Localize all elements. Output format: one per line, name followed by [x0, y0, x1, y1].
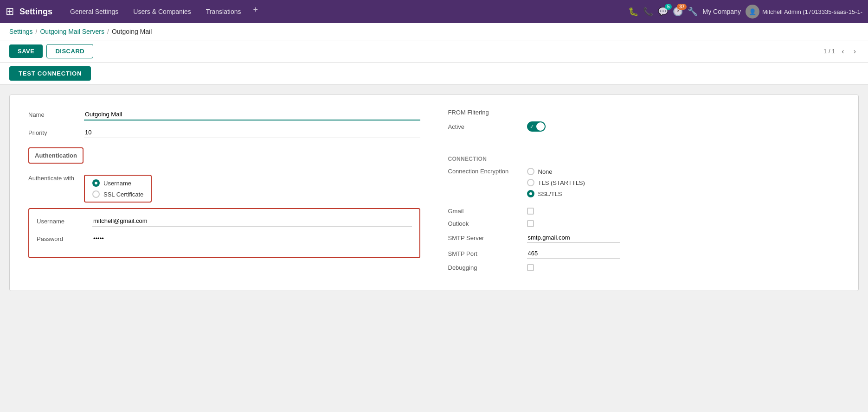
radio-none-indicator	[527, 168, 534, 175]
priority-label: Priority	[28, 129, 84, 136]
username-field-row: Username	[37, 216, 412, 227]
clock-icon[interactable]: 🕐 37	[673, 6, 683, 17]
authentication-label: Authentication	[35, 152, 77, 159]
auth-option-ssl[interactable]: SSL Certificate	[92, 190, 143, 198]
form-right: FROM Filtering Active ✓ Connection	[448, 109, 840, 277]
authentication-section-box: Authentication	[28, 147, 84, 164]
radio-ssl-label: SSL Certificate	[103, 191, 143, 198]
gmail-row: Gmail	[448, 208, 840, 215]
authenticate-with-label: Authenticate with	[28, 175, 84, 182]
smtp-port-row: SMTP Port	[448, 248, 840, 259]
encryption-ssltls[interactable]: SSL/TLS	[527, 190, 585, 197]
username-label: Username	[37, 218, 92, 225]
outlook-checkbox[interactable]	[527, 220, 534, 227]
radio-username-label: Username	[103, 180, 131, 187]
phone-icon[interactable]: 📞	[643, 6, 653, 17]
app-title: Settings	[19, 7, 52, 17]
outlook-label: Outlook	[448, 220, 527, 227]
name-label: Name	[28, 111, 84, 118]
nav-users-companies[interactable]: Users & Companies	[127, 5, 198, 18]
wrench-icon[interactable]: 🔧	[688, 6, 698, 17]
radio-username-indicator	[92, 179, 100, 187]
pagination-prev[interactable]: ‹	[839, 46, 847, 57]
nav-plus-icon[interactable]: +	[250, 5, 262, 18]
active-toggle[interactable]: ✓	[527, 121, 546, 132]
form-card: Name Priority Authentication Authentic	[9, 95, 859, 291]
toggle-check-icon: ✓	[530, 124, 534, 130]
clock-badge: 37	[677, 4, 687, 10]
debugging-checkbox[interactable]	[527, 264, 534, 271]
outlook-row: Outlook	[448, 220, 840, 227]
breadcrumb-sep2: /	[107, 28, 109, 35]
save-button[interactable]: SAVE	[9, 44, 43, 58]
form-left: Name Priority Authentication Authentic	[28, 109, 420, 277]
smtp-server-row: SMTP Server	[448, 233, 840, 243]
auth-radio-group-box: Username SSL Certificate	[84, 175, 152, 203]
toggle-knob	[536, 122, 545, 131]
priority-field-row: Priority	[28, 127, 420, 138]
encryption-tls[interactable]: TLS (STARTTLS)	[527, 179, 585, 186]
gmail-label: Gmail	[448, 208, 527, 215]
username-input[interactable]	[92, 216, 412, 227]
topbar: ⊞ Settings General Settings Users & Comp…	[0, 0, 868, 23]
breadcrumb-outgoing-servers[interactable]: Outgoing Mail Servers	[40, 28, 104, 35]
connection-section-label: Connection	[448, 156, 840, 162]
authenticate-with-row: Authenticate with Username SSL Certifica…	[28, 175, 420, 203]
app-grid-icon[interactable]: ⊞	[6, 6, 14, 18]
gmail-checkbox[interactable]	[527, 208, 534, 215]
encryption-none[interactable]: None	[527, 168, 585, 175]
radio-none-label: None	[538, 168, 553, 175]
chat-icon[interactable]: 💬 5	[658, 6, 668, 17]
smtp-server-input[interactable]	[527, 233, 620, 243]
breadcrumb-current: Outgoing Mail	[112, 28, 152, 35]
nav-translations[interactable]: Translations	[199, 5, 248, 18]
auth-fields-box: Username Password	[28, 208, 420, 258]
radio-tls-label: TLS (STARTTLS)	[538, 179, 585, 186]
debugging-row: Debugging	[448, 264, 840, 271]
testbar: TEST CONNECTION	[0, 63, 868, 85]
password-field-row: Password	[37, 233, 412, 244]
connection-encryption-label: Connection Encryption	[448, 168, 527, 175]
smtp-port-label: SMTP Port	[448, 250, 527, 257]
breadcrumb-sep1: /	[36, 28, 38, 35]
connection-encryption-row: Connection Encryption None TLS (STARTTLS…	[448, 168, 840, 197]
from-filtering-label: FROM Filtering	[448, 109, 527, 116]
name-input[interactable]	[84, 109, 420, 120]
pagination-count: 1 / 1	[823, 48, 835, 55]
priority-input[interactable]	[84, 127, 420, 138]
name-field-row: Name	[28, 109, 420, 120]
breadcrumb-settings[interactable]: Settings	[9, 28, 33, 35]
chat-badge: 5	[665, 4, 672, 10]
encryption-radio-group: None TLS (STARTTLS) SSL/TLS	[527, 168, 585, 197]
main-content: Name Priority Authentication Authentic	[0, 85, 868, 412]
radio-ssl-indicator	[92, 190, 100, 198]
user-name: Mitchell Admin (17013335-saas-15-1-	[762, 8, 862, 15]
breadcrumb: Settings / Outgoing Mail Servers / Outgo…	[9, 28, 859, 35]
smtp-server-label: SMTP Server	[448, 235, 527, 241]
active-field-row: Active ✓	[448, 121, 840, 132]
actionbar: SAVE DISCARD 1 / 1 ‹ ›	[0, 40, 868, 63]
pagination-next[interactable]: ›	[851, 46, 859, 57]
user-menu[interactable]: 👤 Mitchell Admin (17013335-saas-15-1-	[746, 5, 862, 19]
company-label[interactable]: My Company	[702, 8, 740, 15]
password-input[interactable]	[92, 233, 412, 244]
discard-button[interactable]: DISCARD	[46, 44, 93, 58]
test-connection-button[interactable]: TEST CONNECTION	[9, 66, 91, 81]
bug-icon[interactable]: 🐛	[628, 6, 638, 17]
form-section: Name Priority Authentication Authentic	[28, 109, 840, 277]
subheader: Settings / Outgoing Mail Servers / Outgo…	[0, 23, 868, 40]
radio-ssltls-label: SSL/TLS	[538, 190, 562, 197]
topbar-actions: 🐛 📞 💬 5 🕐 37 🔧 My Company 👤 Mitchell Adm…	[628, 5, 862, 19]
radio-tls-indicator	[527, 179, 534, 186]
top-nav: General Settings Users & Companies Trans…	[64, 5, 624, 18]
from-filtering-row: FROM Filtering	[448, 109, 840, 116]
radio-ssltls-indicator	[527, 190, 534, 197]
pagination: 1 / 1 ‹ ›	[823, 46, 859, 57]
auth-option-username[interactable]: Username	[92, 179, 143, 187]
password-label: Password	[37, 235, 92, 242]
connection-section: Connection Connection Encryption None TL…	[448, 156, 840, 271]
debugging-label: Debugging	[448, 264, 527, 271]
active-label: Active	[448, 123, 527, 130]
smtp-port-input[interactable]	[527, 248, 620, 259]
nav-general-settings[interactable]: General Settings	[64, 5, 125, 18]
